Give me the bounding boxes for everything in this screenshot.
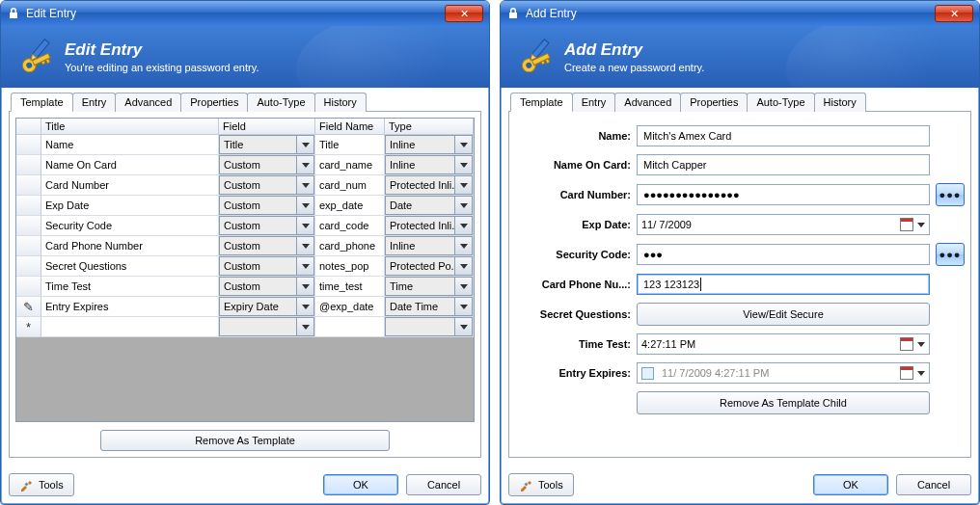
cell-field-combo[interactable] [219, 317, 315, 337]
cell-type-combo[interactable]: Protected Inli... [385, 216, 474, 236]
view-edit-secure-button[interactable]: View/Edit Secure [637, 303, 930, 326]
name-input[interactable]: Mitch's Amex Card [637, 125, 930, 146]
table-row[interactable]: NameTitleTitleInline [16, 135, 474, 155]
tab-template[interactable]: Template [510, 93, 573, 112]
table-row[interactable]: Time TestCustomtime_testTime [16, 277, 474, 297]
chevron-down-icon[interactable] [455, 236, 473, 255]
cell-field-name[interactable]: card_code [315, 216, 385, 236]
titlebar[interactable]: Add Entry ✕ [501, 1, 979, 26]
chevron-down-icon[interactable] [297, 155, 314, 174]
cell-field-combo[interactable]: Custom [219, 256, 315, 277]
time-test-input[interactable]: 4:27:11 PM [637, 333, 930, 355]
tab-entry[interactable]: Entry [72, 93, 117, 112]
cell-title[interactable]: Entry Expires [41, 297, 219, 317]
chevron-down-icon[interactable] [297, 196, 314, 215]
chevron-down-icon[interactable] [455, 196, 473, 215]
ok-button[interactable]: OK [323, 474, 398, 495]
titlebar[interactable]: Edit Entry ✕ [1, 1, 489, 26]
cell-type-combo[interactable]: Time [385, 277, 474, 297]
reveal-security-code-button[interactable]: ●●● [936, 243, 965, 266]
chevron-down-icon[interactable] [917, 371, 925, 376]
cell-type-combo[interactable]: Date Time [385, 297, 474, 317]
chevron-down-icon[interactable] [297, 175, 314, 195]
cell-title[interactable]: Name On Card [41, 155, 219, 175]
cell-title[interactable]: Card Phone Number [41, 236, 219, 256]
table-row[interactable]: Card Phone NumberCustomcard_phoneInline [16, 236, 474, 256]
tab-properties[interactable]: Properties [680, 93, 748, 112]
tab-template[interactable]: Template [11, 93, 73, 112]
chevron-down-icon[interactable] [455, 216, 473, 235]
col-header-fieldname[interactable]: Field Name [315, 119, 385, 135]
chevron-down-icon[interactable] [297, 317, 314, 336]
cell-title[interactable] [41, 317, 219, 337]
chevron-down-icon[interactable] [455, 175, 473, 195]
cell-field-combo[interactable]: Custom [219, 155, 315, 175]
table-row[interactable]: Security CodeCustomcard_codeProtected In… [16, 216, 474, 236]
cell-type-combo[interactable]: Protected Inli... [385, 175, 474, 196]
tab-entry[interactable]: Entry [572, 93, 616, 112]
cell-title[interactable]: Card Number [41, 175, 219, 196]
cell-type-combo[interactable]: Inline [385, 155, 474, 175]
cell-field-name[interactable]: card_name [315, 155, 385, 175]
cell-type-combo[interactable]: Protected Po... [385, 256, 474, 277]
tab-history[interactable]: History [314, 93, 367, 112]
cell-field-name[interactable]: Title [315, 135, 385, 155]
cell-title[interactable]: Security Code [41, 216, 219, 236]
chevron-down-icon[interactable] [297, 277, 314, 296]
remove-as-template-child-button[interactable]: Remove As Template Child [637, 391, 930, 414]
cell-title[interactable]: Time Test [41, 277, 219, 297]
chevron-down-icon[interactable] [455, 297, 473, 316]
cell-field-combo[interactable]: Custom [219, 216, 315, 236]
chevron-down-icon[interactable] [917, 342, 925, 347]
tab-autotype[interactable]: Auto-Type [247, 93, 314, 112]
cell-field-combo[interactable]: Title [219, 135, 315, 155]
cell-field-name[interactable]: card_num [315, 175, 385, 196]
chevron-down-icon[interactable] [455, 256, 473, 276]
remove-as-template-button[interactable]: Remove As Template [100, 430, 390, 451]
table-row[interactable]: * [16, 317, 474, 337]
entry-expires-input[interactable]: 11/ 7/2009 4:27:11 PM [637, 362, 930, 384]
tab-autotype[interactable]: Auto-Type [747, 93, 814, 112]
table-row[interactable]: Name On CardCustomcard_nameInline [16, 155, 474, 175]
card-number-input[interactable]: ●●●●●●●●●●●●●●● [637, 184, 930, 205]
tab-advanced[interactable]: Advanced [115, 93, 181, 112]
chevron-down-icon[interactable] [297, 256, 314, 276]
col-header-field[interactable]: Field [219, 119, 315, 135]
table-row[interactable]: Card NumberCustomcard_numProtected Inli.… [16, 175, 474, 196]
cancel-button[interactable]: Cancel [406, 474, 481, 495]
cell-field-combo[interactable]: Expiry Date [219, 297, 315, 317]
security-code-input[interactable]: ●●● [637, 244, 930, 265]
table-row[interactable]: Secret QuestionsCustomnotes_popProtected… [16, 256, 474, 277]
chevron-down-icon[interactable] [455, 317, 473, 336]
cancel-button[interactable]: Cancel [896, 474, 971, 495]
chevron-down-icon[interactable] [297, 297, 314, 316]
chevron-down-icon[interactable] [297, 135, 314, 154]
table-row[interactable]: Exp DateCustomexp_dateDate [16, 196, 474, 216]
chevron-down-icon[interactable] [455, 277, 473, 296]
cell-title[interactable]: Exp Date [41, 196, 219, 216]
tab-history[interactable]: History [814, 93, 866, 112]
chevron-down-icon[interactable] [917, 223, 925, 227]
cell-field-name[interactable]: time_test [315, 277, 385, 297]
tab-properties[interactable]: Properties [180, 93, 248, 112]
cell-field-combo[interactable]: Custom [219, 236, 315, 256]
chevron-down-icon[interactable] [297, 216, 314, 235]
chevron-down-icon[interactable] [455, 135, 473, 154]
table-row[interactable]: ✎Entry ExpiresExpiry Date@exp_dateDate T… [16, 297, 474, 317]
cell-field-name[interactable] [315, 317, 385, 337]
tools-button[interactable]: Tools [508, 473, 574, 496]
cell-field-name[interactable]: @exp_date [315, 297, 385, 317]
col-header-title[interactable]: Title [41, 119, 219, 135]
cell-field-name[interactable]: notes_pop [315, 256, 385, 277]
exp-date-input[interactable]: 11/ 7/2009 [637, 214, 930, 235]
template-grid[interactable]: Title Field Field Name Type NameTitleTit… [15, 118, 475, 422]
cell-type-combo[interactable] [385, 317, 474, 337]
cell-type-combo[interactable]: Date [385, 196, 474, 216]
ok-button[interactable]: OK [813, 474, 888, 495]
cell-field-name[interactable]: card_phone [315, 236, 385, 256]
cell-field-combo[interactable]: Custom [219, 277, 315, 297]
cell-type-combo[interactable]: Inline [385, 135, 474, 155]
tools-button[interactable]: Tools [9, 473, 74, 496]
tab-advanced[interactable]: Advanced [614, 93, 681, 112]
close-button[interactable]: ✕ [445, 5, 483, 22]
